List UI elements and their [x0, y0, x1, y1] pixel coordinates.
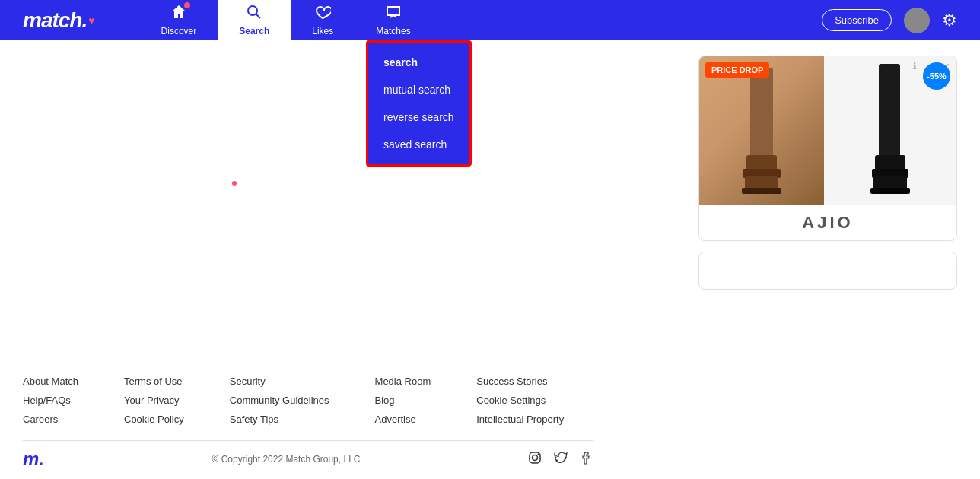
- nav-label-matches: Matches: [376, 26, 410, 36]
- copyright-text: © Copyright 2022 Match Group, LLC: [212, 454, 361, 465]
- instagram-icon[interactable]: [528, 451, 542, 468]
- nav-label-search: Search: [239, 26, 269, 36]
- svg-rect-3: [746, 155, 777, 170]
- content-left: [23, 56, 683, 329]
- svg-point-0: [248, 6, 257, 15]
- price-drop-badge: PRICE DROP: [705, 62, 769, 78]
- footer-link-careers[interactable]: Careers: [23, 414, 78, 425]
- content-right: PRICE DROP ℹ ✕ -55%: [698, 56, 957, 329]
- main-content: PRICE DROP ℹ ✕ -55%: [0, 40, 980, 344]
- footer-link-safety[interactable]: Safety Tips: [230, 414, 329, 425]
- advertisement-box-2: [698, 252, 957, 290]
- ad-brand-logo: AJIO: [699, 205, 956, 240]
- dropdown-menu: search mutual search reverse search save…: [366, 40, 472, 167]
- footer-col-1: About Match Help/FAQs Careers: [23, 376, 78, 425]
- discover-icon: [170, 4, 187, 24]
- svg-rect-6: [742, 188, 781, 194]
- svg-rect-11: [870, 188, 910, 194]
- footer-logo-small: m.: [23, 449, 44, 470]
- svg-rect-8: [875, 155, 905, 170]
- footer-link-security[interactable]: Security: [230, 376, 329, 387]
- facebook-icon[interactable]: [580, 451, 593, 468]
- advertisement-box: PRICE DROP ℹ ✕ -55%: [698, 56, 957, 241]
- ad-image-right: ℹ ✕ -55%: [824, 56, 956, 205]
- nav-label-discover: Discover: [161, 26, 197, 36]
- footer-link-intellectual[interactable]: Intellectual Property: [476, 414, 564, 425]
- footer-link-help[interactable]: Help/FAQs: [23, 395, 78, 406]
- notif-dot: [184, 2, 190, 8]
- main-header: match. ♥ Discover Search: [0, 0, 980, 40]
- svg-rect-2: [750, 68, 773, 159]
- subscribe-button[interactable]: Subscribe: [822, 9, 892, 31]
- svg-point-13: [533, 455, 538, 461]
- footer-link-community[interactable]: Community Guidelines: [230, 395, 329, 406]
- footer-col-5: Success Stories Cookie Settings Intellec…: [476, 376, 564, 425]
- footer-link-terms[interactable]: Terms of Use: [124, 376, 184, 387]
- dropdown-item-mutual-search[interactable]: mutual search: [368, 76, 469, 103]
- nav-item-discover[interactable]: Discover: [140, 0, 218, 40]
- footer-link-advertise[interactable]: Advertise: [375, 414, 431, 425]
- footer-link-success[interactable]: Success Stories: [476, 376, 564, 387]
- dropdown-item-search[interactable]: search: [368, 49, 469, 76]
- footer-link-cookie-settings[interactable]: Cookie Settings: [476, 395, 564, 406]
- footer-link-privacy[interactable]: Your Privacy: [124, 395, 184, 406]
- search-dropdown: search mutual search reverse search save…: [366, 40, 472, 167]
- footer-col-2: Terms of Use Your Privacy Cookie Policy: [124, 376, 184, 425]
- nav-item-likes[interactable]: Likes: [291, 0, 355, 40]
- avatar[interactable]: [904, 8, 930, 33]
- social-icons: [528, 451, 593, 468]
- svg-line-1: [256, 14, 261, 19]
- brown-boot-svg: [731, 64, 792, 197]
- twitter-icon[interactable]: [554, 451, 568, 468]
- ad-info-icon[interactable]: ℹ: [913, 61, 917, 71]
- logo-heart-icon: ♥: [88, 14, 94, 27]
- footer-link-about[interactable]: About Match: [23, 376, 78, 387]
- settings-icon[interactable]: ⚙: [942, 11, 957, 30]
- site-logo[interactable]: match. ♥: [23, 8, 94, 33]
- logo-text: match.: [23, 8, 87, 33]
- discount-badge: -55%: [923, 62, 950, 90]
- dropdown-item-saved-search[interactable]: saved search: [368, 131, 469, 158]
- footer-col-3: Security Community Guidelines Safety Tip…: [230, 376, 329, 425]
- ad-inner: PRICE DROP ℹ ✕ -55%: [699, 56, 956, 205]
- footer-bottom: m. © Copyright 2022 Match Group, LLC: [23, 440, 593, 470]
- nav-label-likes: Likes: [312, 26, 333, 36]
- matches-icon: [385, 4, 402, 24]
- likes-icon: [314, 4, 331, 24]
- footer-link-blog[interactable]: Blog: [375, 395, 431, 406]
- black-boot-svg: [862, 60, 919, 197]
- nav-item-search[interactable]: Search: [218, 0, 291, 40]
- footer-col-4: Media Room Blog Advertise: [375, 376, 431, 425]
- main-nav: Discover Search Likes: [140, 0, 822, 40]
- svg-point-14: [538, 454, 539, 455]
- dropdown-item-reverse-search[interactable]: reverse search: [368, 103, 469, 131]
- footer-links: About Match Help/FAQs Careers Terms of U…: [23, 376, 957, 425]
- search-nav-icon: [246, 4, 262, 24]
- ad-image-left: PRICE DROP: [699, 56, 824, 205]
- footer-link-cookie-policy[interactable]: Cookie Policy: [124, 414, 184, 425]
- loading-indicator: [232, 181, 237, 186]
- site-footer: About Match Help/FAQs Careers Terms of U…: [0, 360, 980, 479]
- header-right: Subscribe ⚙: [822, 8, 957, 33]
- footer-link-media[interactable]: Media Room: [375, 376, 431, 387]
- nav-item-matches[interactable]: Matches: [355, 0, 431, 40]
- svg-rect-7: [879, 64, 900, 159]
